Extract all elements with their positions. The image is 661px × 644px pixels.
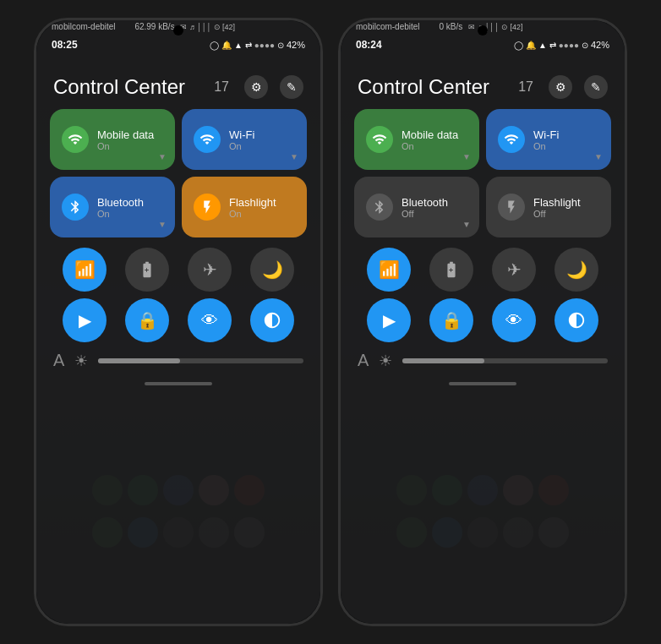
tile-label-mobile-right: Mobile data: [402, 128, 458, 141]
wifi-icon-right: [498, 126, 525, 153]
tile-flashlight-right[interactable]: Flashlight Off: [486, 177, 611, 237]
tile-arrow-mobile-right: ▼: [462, 152, 471, 161]
tile-label-mobile-left: Mobile data: [97, 128, 154, 141]
tile-text-mobile-left: Mobile data On: [97, 128, 154, 151]
settings-icon-left[interactable]: ⚙: [244, 75, 268, 99]
brightness-row-right: A ☀: [341, 346, 625, 375]
brightness-fill-right: [402, 358, 484, 363]
flashlight-icon-right: [498, 194, 525, 221]
toggle-grid-left: Mobile data On ▼ Wi-Fi On: [36, 109, 320, 244]
cc-clock-left: 17: [214, 79, 229, 95]
tile-mobile-data-left[interactable]: Mobile data On ▼: [50, 109, 175, 170]
airplane-btn-left[interactable]: ✈: [188, 248, 232, 292]
cc-title-left: Control Center: [53, 75, 185, 99]
moon-btn-left[interactable]: 🌙: [250, 248, 294, 292]
tile-sub-mobile-right: On: [402, 141, 458, 151]
tile-label-flash-left: Flashlight: [229, 196, 276, 209]
tile-sub-bt-right: Off: [402, 209, 448, 219]
airplane-btn-right[interactable]: ✈: [492, 248, 536, 292]
mobile-data-icon-right: [366, 126, 393, 153]
status-icons-left: ◯ 🔔 ▲ ⇄ ●●●● ⊙ 42%: [210, 40, 305, 50]
tile-text-mobile-right: Mobile data On: [402, 128, 458, 151]
tile-label-bt-left: Bluetooth: [97, 196, 144, 209]
lock-btn-left[interactable]: 🔒: [125, 298, 169, 342]
phone-right: 08:24 ◯ 🔔 ▲ ⇄ ●●●● ⊙ 42% mobilcom-debite…: [338, 18, 627, 626]
tile-flashlight-left[interactable]: Flashlight On: [182, 177, 307, 237]
brightness-bar-right[interactable]: [402, 358, 608, 363]
status-icons-right: ◯ 🔔 ▲ ⇄ ●●●● ⊙ 42%: [514, 40, 609, 50]
tile-sub-wifi-right: On: [533, 141, 559, 151]
brightness-fill-left: [98, 358, 180, 363]
control-center-right: 08:24 ◯ 🔔 ▲ ⇄ ●●●● ⊙ 42% mobilcom-debite…: [341, 20, 625, 624]
cc-clock-right: 17: [518, 79, 533, 95]
tile-text-flash-left: Flashlight On: [229, 196, 276, 219]
toggle-grid-right: Mobile data On ▼ Wi-Fi On: [341, 109, 625, 244]
lock-btn-right[interactable]: 🔒: [429, 298, 473, 342]
tile-mobile-data-right[interactable]: Mobile data On ▼: [354, 109, 479, 170]
mobile-data-icon-left: [62, 126, 89, 153]
tile-text-bt-right: Bluetooth Off: [402, 196, 448, 219]
home-handle-left: [145, 382, 212, 385]
flashlight-icon-left: [194, 194, 221, 221]
icon-row2-right: ▶ 🔒 👁: [341, 295, 625, 346]
tile-bluetooth-right[interactable]: Bluetooth Off ▼: [354, 177, 479, 237]
phone-left: 08:25 ◯ 🔔 ▲ ⇄ ●●●● ⊙ 42% mobilcom-debite…: [34, 18, 323, 626]
status-time-left: 08:25: [52, 39, 78, 51]
brightness-bar-left[interactable]: [98, 358, 303, 363]
tile-sub-wifi-left: On: [229, 141, 254, 151]
tile-label-flash-right: Flashlight: [533, 196, 581, 209]
status-time-right: 08:24: [356, 39, 382, 51]
brightness-row-left: A ☀: [36, 346, 320, 375]
tile-arrow-wifi-right: ▼: [594, 152, 603, 161]
tile-arrow-bt-right: ▼: [462, 220, 471, 229]
vibrate-btn-left[interactable]: 📶: [63, 248, 107, 292]
battery-saver-btn-right[interactable]: [429, 248, 473, 292]
battery-saver-btn-left[interactable]: [125, 248, 169, 292]
settings-icon-right[interactable]: ⚙: [549, 75, 572, 99]
bluetooth-icon-left: [62, 194, 89, 221]
camera-hole-right: [478, 25, 488, 35]
location-btn-left[interactable]: ▶: [63, 298, 107, 342]
edit-icon-left[interactable]: ✎: [280, 75, 303, 99]
eye-btn-right[interactable]: 👁: [492, 298, 536, 342]
bluetooth-icon-right: [366, 194, 393, 221]
brightness-a-left: A: [53, 351, 64, 370]
moon-btn-right[interactable]: 🌙: [554, 248, 598, 292]
cc-header-icons-left: 17 ⚙ ✎: [214, 75, 303, 99]
tile-arrow-bt-left: ▼: [158, 220, 167, 229]
contrast-btn-right[interactable]: [554, 298, 598, 342]
battery-left: 42%: [287, 40, 305, 50]
tile-label-wifi-left: Wi-Fi: [229, 128, 254, 141]
icon-row2-left: ▶ 🔒 👁: [36, 295, 320, 346]
home-handle-right: [449, 382, 516, 385]
cc-header-icons-right: 17 ⚙ ✎: [518, 75, 608, 99]
vibrate-btn-right[interactable]: 📶: [367, 248, 411, 292]
tile-text-flash-right: Flashlight Off: [533, 196, 581, 219]
battery-right: 42%: [591, 40, 609, 50]
tile-text-wifi-left: Wi-Fi On: [229, 128, 254, 151]
brightness-sun-right: ☀: [379, 352, 392, 370]
cc-title-right: Control Center: [358, 75, 489, 99]
camera-hole: [173, 25, 183, 35]
tile-label-bt-right: Bluetooth: [402, 196, 448, 209]
eye-btn-left[interactable]: 👁: [188, 298, 232, 342]
tile-text-wifi-right: Wi-Fi On: [533, 128, 559, 151]
tile-arrow-wifi-left: ▼: [290, 152, 298, 161]
wifi-icon-left: [194, 126, 221, 153]
brightness-sun-left: ☀: [74, 352, 88, 370]
tile-sub-mobile-left: On: [97, 141, 154, 151]
tile-sub-flash-left: On: [229, 209, 276, 219]
tile-text-bt-left: Bluetooth On: [97, 196, 144, 219]
tile-wifi-right[interactable]: Wi-Fi On ▼: [486, 109, 611, 170]
icon-row1-right: 📶 ✈ 🌙: [341, 244, 625, 295]
tile-bluetooth-left[interactable]: Bluetooth On ▼: [50, 177, 175, 237]
tile-sub-bt-left: On: [97, 209, 144, 219]
control-center-left: 08:25 ◯ 🔔 ▲ ⇄ ●●●● ⊙ 42% mobilcom-debite…: [36, 20, 320, 624]
tile-sub-flash-right: Off: [533, 209, 581, 219]
location-btn-right[interactable]: ▶: [367, 298, 411, 342]
tile-wifi-left[interactable]: Wi-Fi On ▼: [182, 109, 307, 170]
tile-label-wifi-right: Wi-Fi: [533, 128, 559, 141]
contrast-btn-left[interactable]: [250, 298, 294, 342]
edit-icon-right[interactable]: ✎: [584, 75, 608, 99]
tile-arrow-mobile-left: ▼: [158, 152, 167, 161]
